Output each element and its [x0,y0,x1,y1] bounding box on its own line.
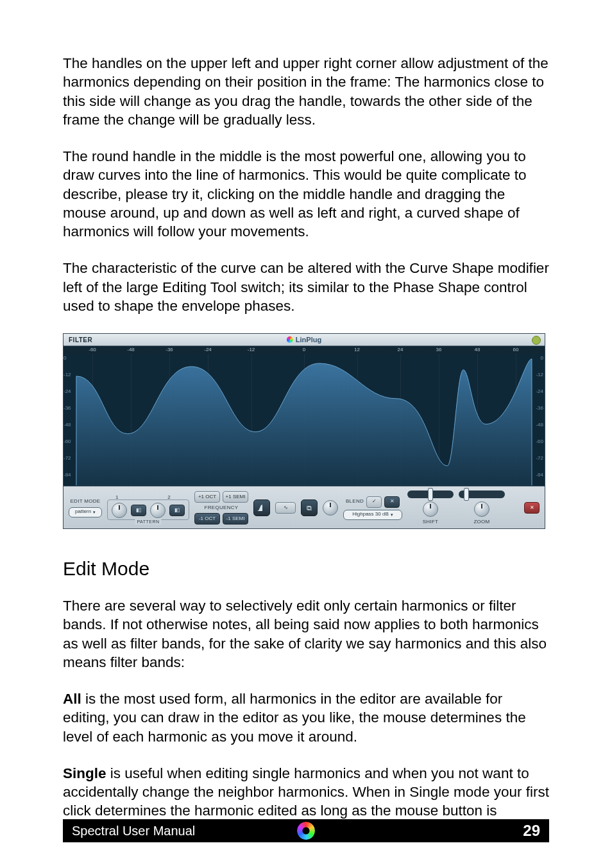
ruler-tick: 24 [398,347,404,353]
blend-off[interactable]: ✕ [384,496,400,508]
ruler-tick: 12 [354,347,360,353]
ruler-tick: 48 [475,347,480,353]
frequency-ruler: -60 -48 -36 -24 -12 0 12 24 36 48 60 [64,346,545,354]
ruler-tick: 0 [303,347,305,353]
ruler-tick: -12 [248,347,255,353]
zoom-label: ZOOM [473,519,489,525]
ruler-tick: 60 [513,347,519,353]
filter-title: FILTER [69,336,92,344]
ruler-tick: 36 [436,347,442,353]
body-paragraph: The characteristic of the curve can be a… [63,259,549,315]
body-paragraph: There are several way to selectively edi… [63,596,549,672]
pattern-group: 1 ▮▯ 2 ▮▯ PATTERN [107,499,189,520]
term-single: Single [63,765,106,781]
body-paragraph: Single is useful when editing single har… [63,764,549,820]
zoom-group: ZOOM [459,490,505,525]
body-paragraph: The handles on the upper left and upper … [63,54,549,129]
pattern-toggle-2[interactable]: ▮▯ [169,505,185,516]
freq-up-semi[interactable]: +1 SEMI [223,491,248,503]
shift-slider[interactable] [407,490,454,498]
filter-graph[interactable]: 0 -12 -24 -36 -48 -60 -72 -84 0 -12 -24 … [64,354,545,486]
edit-mode-dropdown[interactable]: pattern [69,507,102,517]
lock-icon[interactable] [532,336,541,345]
zoom-knob[interactable] [474,501,489,517]
shift-knob[interactable] [423,501,438,517]
close-button[interactable]: ✕ [524,502,540,514]
pattern-knob-2[interactable] [150,503,166,518]
blend-label: BLEND [346,498,364,505]
brand-text: LinPlug [296,335,321,344]
pattern-toggle-1[interactable]: ▮▯ [131,505,146,516]
frequency-label: FREQUENCY [205,505,239,511]
filter-curve [64,354,545,485]
ruler-tick: -36 [166,347,173,353]
curve-shape-button[interactable] [253,499,270,516]
page-number: 29 [523,820,540,840]
highpass-dropdown[interactable]: Highpass 30 dB [343,510,402,520]
body-paragraph: The round handle in the middle is the mo… [63,147,549,241]
zoom-slider[interactable] [459,490,505,498]
shift-group: SHIFT [407,490,454,525]
blend-knob[interactable] [323,500,338,516]
body-paragraph: All is the most used form, all harmonics… [63,690,549,746]
freq-dn-semi[interactable]: -1 SEMI [223,513,248,525]
heading-edit-mode: Edit Mode [63,556,549,581]
linplug-logo-icon [287,336,293,343]
ruler-tick: -60 [89,347,96,353]
copy-button[interactable]: ⧉ [301,499,318,516]
filter-header: FILTER LinPlug [64,334,545,346]
filter-controls: EDIT MODE pattern 1 ▮▯ 2 ▮▯ PATTERN +1 O… [64,486,545,529]
edit-mode-group: EDIT MODE pattern [69,498,102,517]
freq-dn-oct[interactable]: -1 OCT [194,513,220,525]
edit-mode-label: EDIT MODE [70,498,100,505]
pattern-caption: PATTERN [135,519,161,525]
ruler-tick: -48 [127,347,135,353]
blend-group: BLEND ✓ ✕ Highpass 30 dB [343,496,402,520]
brand: LinPlug [287,335,321,344]
ruler-tick: -24 [204,347,212,353]
page-footer: Spectral User Manual 29 [63,819,549,842]
blend-on[interactable]: ✓ [366,496,382,508]
footer-title: Spectral User Manual [72,822,195,839]
frequency-group: +1 OCT +1 SEMI FREQUENCY -1 OCT -1 SEMI [194,491,248,525]
shift-label: SHIFT [423,519,439,525]
freq-up-oct[interactable]: +1 OCT [194,491,220,503]
term-all: All [63,691,81,707]
wave-preview-icon[interactable]: ∿ [275,502,296,514]
pattern-knob-1[interactable] [112,503,127,518]
filter-editor-screenshot: FILTER LinPlug -60 -48 -36 -24 -12 0 12 … [63,333,545,529]
footer-logo-icon [297,822,315,840]
